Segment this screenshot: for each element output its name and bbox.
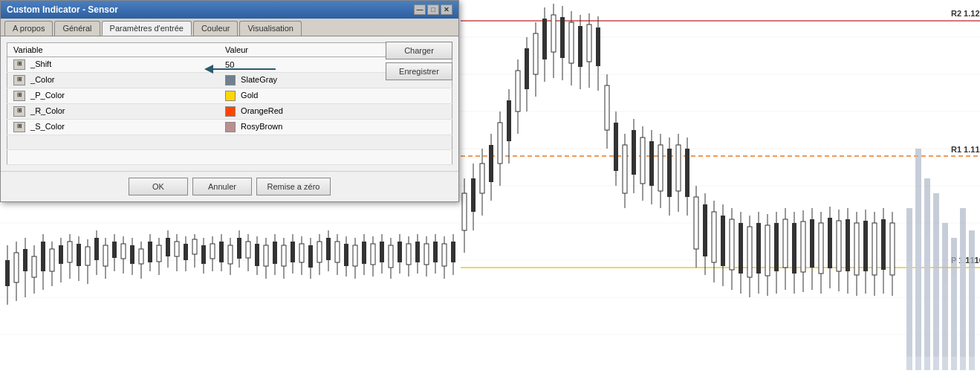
enregistrer-button[interactable]: Enregistrer (386, 62, 452, 80)
svg-rect-144 (498, 123, 502, 164)
svg-rect-111 (461, 0, 980, 385)
right-action-buttons: Charger Enregistrer (386, 42, 452, 80)
svg-rect-228 (872, 223, 877, 275)
svg-rect-30 (94, 238, 99, 260)
custom-indicator-dialog: Custom Indicator - Sensor — □ ✕ A propos… (0, 0, 459, 202)
svg-rect-204 (765, 225, 770, 276)
svg-rect-10 (5, 260, 10, 286)
svg-rect-237 (942, 282, 948, 370)
row-icon-rcolor: ⊞ (13, 106, 25, 117)
variable-label: _Shift (30, 59, 51, 68)
svg-rect-158 (560, 17, 565, 58)
svg-rect-200 (747, 227, 752, 277)
svg-rect-36 (121, 244, 126, 259)
remise-button[interactable]: Remise a zéro (256, 178, 331, 195)
tab-params[interactable]: Paramètres d'entrée (102, 21, 192, 36)
svg-rect-60 (228, 245, 233, 264)
charger-button[interactable]: Charger (386, 42, 452, 59)
svg-rect-20 (50, 249, 54, 271)
svg-rect-164 (587, 25, 591, 62)
table-row: ⊞ _R_Color OrangeRed (7, 104, 452, 120)
svg-rect-64 (246, 242, 250, 258)
arrow-annotation (194, 62, 283, 77)
svg-rect-190 (703, 204, 707, 256)
value-pcolor: Gold (241, 91, 258, 100)
tab-apropos[interactable]: A propos (4, 21, 53, 36)
annuler-button[interactable]: Annuler (192, 178, 252, 195)
tab-visualisation[interactable]: Visualisation (239, 21, 302, 36)
variable-label: _S_Color (30, 122, 65, 131)
svg-rect-216 (819, 223, 823, 274)
ok-button[interactable]: OK (129, 178, 188, 195)
variable-label: _P_Color (30, 91, 65, 100)
svg-rect-202 (756, 223, 761, 274)
svg-rect-18 (41, 242, 45, 271)
svg-rect-136 (462, 193, 467, 230)
svg-rect-48 (175, 242, 179, 256)
svg-rect-110 (451, 242, 455, 262)
tab-general[interactable]: Général (54, 21, 100, 36)
row-icon-pcolor: ⊞ (13, 91, 25, 101)
svg-rect-162 (578, 26, 583, 67)
color-swatch-pcolor (225, 91, 236, 101)
svg-rect-214 (810, 219, 814, 268)
svg-rect-238 (951, 275, 957, 370)
svg-rect-34 (112, 242, 117, 258)
value-cell[interactable]: OrangeRed (219, 104, 452, 120)
value-rcolor: OrangeRed (241, 106, 283, 115)
variable-cell: ⊞ _Shift (7, 57, 220, 73)
svg-rect-96 (389, 245, 393, 268)
close-button[interactable]: ✕ (441, 4, 452, 15)
svg-rect-32 (103, 245, 108, 266)
svg-rect-192 (712, 212, 716, 262)
svg-rect-188 (694, 197, 698, 249)
svg-rect-174 (632, 130, 636, 175)
svg-rect-28 (85, 247, 90, 265)
svg-rect-236 (933, 268, 939, 370)
svg-rect-194 (721, 216, 725, 266)
svg-rect-206 (774, 223, 779, 271)
maximize-button[interactable]: □ (427, 4, 439, 15)
svg-rect-58 (219, 242, 224, 262)
svg-rect-230 (881, 219, 886, 270)
svg-rect-86 (344, 244, 348, 266)
svg-rect-160 (569, 22, 574, 63)
svg-rect-222 (846, 219, 850, 271)
svg-rect-44 (157, 245, 161, 262)
svg-rect-92 (371, 244, 375, 265)
table-row: ⊞ _P_Color Gold (7, 88, 452, 104)
table-row-empty (7, 135, 452, 150)
svg-rect-70 (273, 242, 277, 264)
svg-rect-40 (139, 249, 143, 264)
value-cell[interactable]: RosyBrown (219, 120, 452, 135)
row-icon-scolor: ⊞ (13, 122, 25, 132)
svg-rect-176 (640, 138, 645, 184)
tab-couleur[interactable]: Couleur (193, 21, 238, 36)
table-row-empty (7, 150, 452, 165)
svg-rect-74 (291, 242, 295, 262)
svg-rect-82 (326, 238, 331, 260)
svg-rect-62 (237, 238, 241, 259)
svg-rect-68 (264, 245, 268, 266)
svg-rect-16 (32, 256, 36, 277)
table-row: ⊞ _S_Color RosyBrown (7, 120, 452, 135)
svg-rect-148 (516, 71, 520, 111)
value-cell[interactable]: Gold (219, 88, 452, 104)
svg-rect-14 (23, 249, 27, 271)
svg-rect-150 (525, 48, 529, 89)
chart-right: R2 1.1212 R1 1.1156 P 1.1116 (461, 0, 980, 385)
svg-rect-104 (424, 244, 429, 265)
variable-cell: ⊞ _R_Color (7, 104, 220, 120)
svg-rect-239 (960, 253, 966, 370)
dialog-bottom-buttons: OK Annuler Remise a zéro (1, 171, 458, 201)
svg-rect-76 (299, 244, 304, 262)
svg-rect-54 (201, 245, 206, 264)
svg-rect-198 (739, 223, 743, 274)
minimize-button[interactable]: — (414, 4, 426, 15)
col-variable-header: Variable (7, 43, 220, 57)
dialog-titlebar: Custom Indicator - Sensor — □ ✕ (1, 1, 458, 19)
color-swatch-scolor (225, 122, 236, 132)
svg-rect-142 (489, 145, 493, 182)
titlebar-buttons: — □ ✕ (414, 4, 452, 15)
svg-rect-212 (801, 221, 805, 272)
